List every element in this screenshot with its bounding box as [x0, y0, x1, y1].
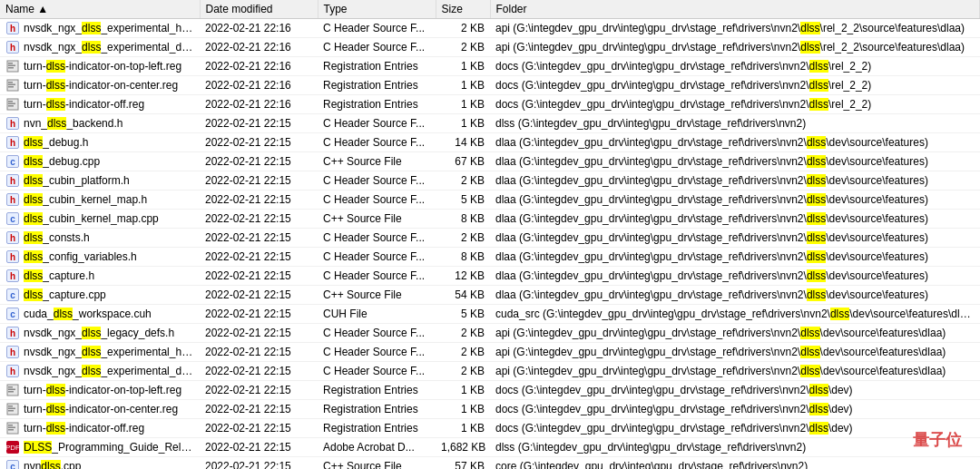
file-date-cell: 2022-02-21 22:15 — [200, 343, 318, 362]
svg-rect-2 — [8, 65, 15, 67]
file-date-cell: 2022-02-21 22:15 — [200, 133, 318, 152]
table-row[interactable]: hnvsdk_ngx_dlss_experimental_helpers.h20… — [0, 343, 980, 362]
file-date-cell: 2022-02-21 22:15 — [200, 438, 318, 457]
file-type-cell: Registration Entries — [318, 76, 436, 95]
col-header-type[interactable]: Type — [318, 0, 436, 19]
file-name-cell[interactable]: hdlss_capture.h — [0, 267, 200, 286]
file-name-cell[interactable]: turn-dlss-indicator-on-center.reg — [0, 400, 200, 419]
file-name-cell[interactable]: hnvsdk_ngx_dlss_experimental_helpers.h — [0, 343, 200, 362]
col-header-name[interactable]: Name ▲ — [0, 0, 200, 19]
file-folder-cell: dlaa (G:\integdev_gpu_drv\integ\gpu_drv\… — [490, 248, 980, 267]
table-row[interactable]: turn-dlss-indicator-off.reg2022-02-21 22… — [0, 95, 980, 114]
file-date-cell: 2022-02-21 22:16 — [200, 38, 318, 57]
file-folder-cell: api (G:\integdev_gpu_drv\integ\gpu_drv\s… — [490, 343, 980, 362]
table-row[interactable]: hdlss_debug.h2022-02-21 22:15C Header So… — [0, 133, 980, 152]
table-row[interactable]: turn-dlss-indicator-on-top-left.reg2022-… — [0, 57, 980, 76]
header-file-icon: h — [5, 269, 20, 283]
file-size-cell: 2 KB — [436, 19, 490, 38]
table-row[interactable]: PDFDLSS_Programming_Guide_Release.pdf202… — [0, 438, 980, 457]
file-date-cell: 2022-02-21 22:16 — [200, 19, 318, 38]
file-name-cell[interactable]: hdlss_config_variables.h — [0, 248, 200, 267]
file-name-cell[interactable]: hnvsdk_ngx_dlss_experimental_defs.h — [0, 362, 200, 381]
table-row[interactable]: hdlss_config_variables.h2022-02-21 22:15… — [0, 248, 980, 267]
file-name-cell[interactable]: PDFDLSS_Programming_Guide_Release.pdf — [0, 438, 200, 457]
table-row[interactable]: hdlss_cubin_kernel_map.h2022-02-21 22:15… — [0, 191, 980, 210]
file-type-cell: C Header Source F... — [318, 19, 436, 38]
file-date-cell: 2022-02-21 22:16 — [200, 95, 318, 114]
svg-rect-10 — [8, 103, 15, 105]
cuh-file-icon: c — [5, 307, 20, 321]
table-row[interactable]: cdlss_capture.cpp2022-02-21 22:15C++ Sou… — [0, 286, 980, 305]
file-type-cell: C Header Source F... — [318, 191, 436, 210]
file-name-cell[interactable]: cdlss_debug.cpp — [0, 152, 200, 171]
file-size-cell: 2 KB — [436, 324, 490, 343]
table-row[interactable]: turn-dlss-indicator-on-center.reg2022-02… — [0, 76, 980, 95]
file-name-cell[interactable]: cdlss_cubin_kernel_map.cpp — [0, 210, 200, 229]
file-type-cell: Registration Entries — [318, 381, 436, 400]
file-date-cell: 2022-02-21 22:15 — [200, 381, 318, 400]
svg-rect-6 — [8, 84, 15, 86]
pdf-file-icon: PDF — [5, 440, 20, 454]
table-row[interactable]: turn-dlss-indicator-on-top-left.reg2022-… — [0, 381, 980, 400]
file-name-cell[interactable]: hnvn_dlss_backend.h — [0, 114, 200, 133]
table-row[interactable]: ccuda_dlss_workspace.cuh2022-02-21 22:15… — [0, 305, 980, 324]
file-type-cell: Registration Entries — [318, 419, 436, 438]
file-folder-cell: dlaa (G:\integdev_gpu_drv\integ\gpu_drv\… — [490, 286, 980, 305]
file-type-cell: Registration Entries — [318, 400, 436, 419]
file-type-cell: C Header Source F... — [318, 171, 436, 191]
header-file-icon: h — [5, 192, 20, 207]
header-file-icon: h — [5, 249, 20, 264]
file-size-cell: 54 KB — [436, 286, 490, 305]
file-name-cell[interactable]: ccuda_dlss_workspace.cuh — [0, 305, 200, 324]
file-size-cell: 57 KB — [436, 457, 490, 470]
table-row[interactable]: hnvsdk_ngx_dlss_experimental_defs.h2022-… — [0, 38, 980, 57]
table-row[interactable]: turn-dlss-indicator-on-center.reg2022-02… — [0, 400, 980, 419]
table-row[interactable]: cnvndlss.cpp2022-02-21 22:15C++ Source F… — [0, 457, 980, 470]
svg-rect-21 — [8, 425, 13, 426]
file-name-cell[interactable]: turn-dlss-indicator-off.reg — [0, 419, 200, 438]
header-file-icon: h — [5, 173, 20, 188]
table-row[interactable]: hdlss_consts.h2022-02-21 22:15C Header S… — [0, 229, 980, 248]
file-name-cell[interactable]: hdlss_cubin_kernel_map.h — [0, 191, 200, 210]
cpp-file-icon: c — [5, 288, 20, 302]
file-name-cell[interactable]: turn-dlss-indicator-on-center.reg — [0, 76, 200, 95]
file-size-cell: 1 KB — [436, 419, 490, 438]
file-folder-cell: docs (G:\integdev_gpu_drv\integ\gpu_drv\… — [490, 400, 980, 419]
file-name-cell[interactable]: hdlss_debug.h — [0, 133, 200, 152]
file-name-cell[interactable]: turn-dlss-indicator-off.reg — [0, 95, 200, 114]
file-date-cell: 2022-02-21 22:15 — [200, 210, 318, 229]
header-file-icon: h — [5, 116, 20, 131]
file-explorer-container[interactable]: Name ▲ Date modified Type Size Folder hn… — [0, 0, 980, 469]
table-row[interactable]: cdlss_debug.cpp2022-02-21 22:15C++ Sourc… — [0, 152, 980, 171]
col-header-size[interactable]: Size — [436, 0, 490, 19]
table-row[interactable]: hnvsdk_ngx_dlss_experimental_helpers.h20… — [0, 19, 980, 38]
header-file-icon: h — [5, 326, 20, 340]
file-name-cell[interactable]: cdlss_capture.cpp — [0, 286, 200, 305]
table-row[interactable]: hdlss_cubin_platform.h2022-02-21 22:15C … — [0, 171, 980, 191]
table-row[interactable]: hnvsdk_ngx_dlss_legacy_defs.h2022-02-21 … — [0, 324, 980, 343]
file-type-cell: C Header Source F... — [318, 229, 436, 248]
table-row[interactable]: hnvn_dlss_backend.h2022-02-21 22:15C Hea… — [0, 114, 980, 133]
table-row[interactable]: hnvsdk_ngx_dlss_experimental_defs.h2022-… — [0, 362, 980, 381]
table-row[interactable]: hdlss_capture.h2022-02-21 22:15C Header … — [0, 267, 980, 286]
file-name-cell[interactable]: hnvsdk_ngx_dlss_experimental_helpers.h — [0, 19, 200, 38]
file-name-cell[interactable]: hdlss_consts.h — [0, 229, 200, 248]
col-header-folder[interactable]: Folder — [490, 0, 980, 19]
file-name-cell[interactable]: hdlss_cubin_platform.h — [0, 171, 200, 191]
table-row[interactable]: cdlss_cubin_kernel_map.cpp2022-02-21 22:… — [0, 210, 980, 229]
reg-file-icon — [5, 421, 20, 435]
file-folder-cell: cuda_src (G:\integdev_gpu_drv\integ\gpu_… — [490, 305, 980, 324]
file-folder-cell: core (G:\integdev_gpu_drv\integ\gpu_drv\… — [490, 457, 980, 470]
table-row[interactable]: turn-dlss-indicator-off.reg2022-02-21 22… — [0, 419, 980, 438]
col-header-date[interactable]: Date modified — [200, 0, 318, 19]
file-name-cell[interactable]: hnvsdk_ngx_dlss_experimental_defs.h — [0, 38, 200, 57]
file-size-cell: 1 KB — [436, 76, 490, 95]
file-size-cell: 1 KB — [436, 95, 490, 114]
svg-rect-14 — [8, 389, 15, 391]
file-name-cell[interactable]: hnvsdk_ngx_dlss_legacy_defs.h — [0, 324, 200, 343]
file-name-cell[interactable]: turn-dlss-indicator-on-top-left.reg — [0, 57, 200, 76]
file-type-cell: CUH File — [318, 305, 436, 324]
file-name-cell[interactable]: cnvndlss.cpp — [0, 457, 200, 470]
file-type-cell: C Header Source F... — [318, 362, 436, 381]
file-name-cell[interactable]: turn-dlss-indicator-on-top-left.reg — [0, 381, 200, 400]
